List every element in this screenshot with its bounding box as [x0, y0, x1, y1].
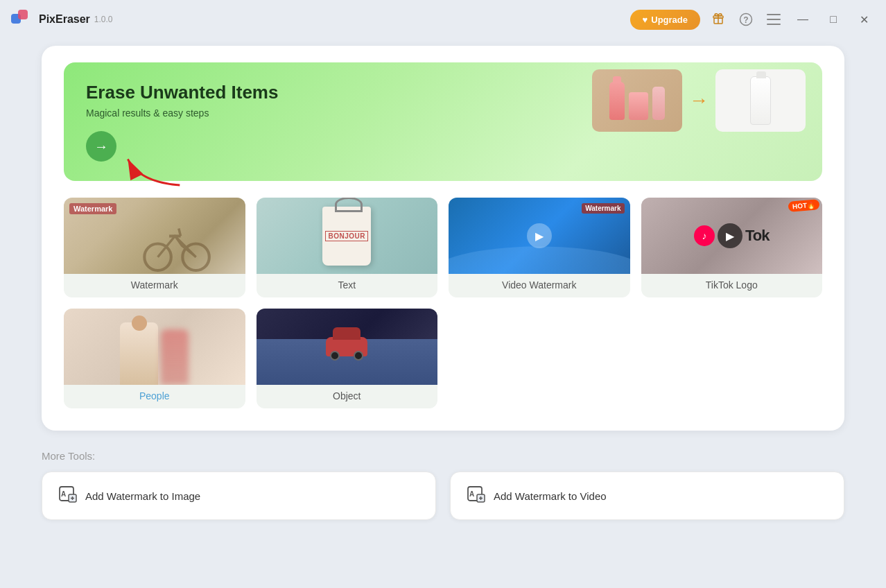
text-card[interactable]: BONJOUR Text	[257, 198, 438, 297]
text-label: Text	[257, 274, 438, 297]
object-card[interactable]: Object	[257, 309, 438, 408]
watermark-badge: Watermark	[69, 203, 116, 214]
object-image	[257, 309, 438, 385]
bike-icon	[109, 217, 245, 275]
add-watermark-image-button[interactable]: A Add Watermark to Image	[42, 472, 436, 520]
tiktok-logo: ♪ ▶ Tok	[694, 223, 769, 248]
main-card: Erase Unwanted Items Magical results & e…	[42, 46, 844, 431]
video-watermark-label: Video Watermark	[449, 274, 630, 297]
add-watermark-video-button[interactable]: A Add Watermark to Video	[450, 472, 844, 520]
add-watermark-video-icon: A	[467, 485, 485, 507]
svg-text:A: A	[61, 490, 66, 498]
app-version: 1.0.0	[94, 15, 113, 24]
tiktok-card[interactable]: HOT ♪ ▶ Tok TikTok Logo	[641, 198, 823, 297]
minimize-button[interactable]: —	[792, 8, 814, 31]
person-silhouette	[120, 322, 158, 385]
add-watermark-video-label: Add Watermark to Video	[494, 490, 607, 502]
product-bottles-before	[604, 76, 670, 126]
people-bg	[64, 309, 245, 385]
play-button-icon: ▶	[527, 223, 552, 248]
people-label: People	[64, 385, 245, 408]
object-bg	[257, 309, 438, 385]
banner-after-image	[715, 69, 806, 132]
gift-button[interactable]	[709, 10, 728, 29]
banner-text-area: Erase Unwanted Items Magical results & e…	[86, 82, 278, 162]
hero-banner: Erase Unwanted Items Magical results & e…	[64, 62, 822, 181]
banner-transition-arrow: →	[689, 89, 709, 112]
people-card[interactable]: People	[64, 309, 245, 408]
tiktok-wordmark: Tok	[745, 227, 769, 245]
banner-image-area: →	[592, 69, 806, 132]
upgrade-button[interactable]: ♥ Upgrade	[630, 10, 700, 30]
product-bottles-after	[745, 71, 776, 130]
features-grid-row2: People Object	[64, 309, 822, 408]
add-watermark-image-icon: A	[59, 485, 77, 507]
more-tools-section: More Tools: A Add Watermark to Image	[42, 450, 844, 520]
titlebar: PixEraser 1.0.0 ♥ Upgrade ?	[0, 0, 886, 39]
app-logo	[11, 8, 33, 31]
svg-rect-8	[767, 19, 781, 20]
features-grid-row1: Watermark Watermark	[64, 198, 822, 297]
banner-before-image	[592, 69, 682, 132]
bonjour-bag: BONJOUR	[322, 207, 371, 266]
text-bg: BONJOUR	[257, 198, 438, 274]
app-name: PixEraser	[39, 13, 90, 26]
empty-slot-2	[641, 309, 823, 408]
watermark-label: Watermark	[64, 274, 245, 297]
tiktok-bg: HOT ♪ ▶ Tok	[641, 198, 823, 274]
video-watermark-card[interactable]: Watermark ▶ Video Watermark	[449, 198, 630, 297]
hot-badge: HOT	[788, 199, 819, 212]
video-bg: Watermark ▶	[449, 198, 630, 274]
main-content: Erase Unwanted Items Magical results & e…	[0, 39, 886, 534]
person-blur	[161, 329, 189, 385]
heart-icon: ♥	[643, 15, 648, 25]
add-watermark-image-label: Add Watermark to Image	[85, 490, 200, 502]
tiktok-label: TikTok Logo	[641, 274, 823, 297]
window-controls: ♥ Upgrade ? — □	[630, 8, 875, 31]
help-icon: ?	[739, 12, 753, 26]
people-image	[64, 309, 245, 385]
help-button[interactable]: ?	[736, 10, 756, 29]
object-label: Object	[257, 385, 438, 408]
close-button[interactable]: ✕	[853, 8, 875, 31]
gift-icon	[711, 12, 725, 26]
tiktok-image: HOT ♪ ▶ Tok	[641, 198, 823, 274]
svg-rect-7	[767, 14, 781, 15]
tools-grid: A Add Watermark to Image A	[42, 472, 844, 520]
text-image: BONJOUR	[257, 198, 438, 274]
maximize-button[interactable]: □	[822, 8, 844, 31]
bonjour-text: BONJOUR	[325, 231, 368, 241]
bottle-can	[629, 92, 648, 120]
svg-text:A: A	[469, 490, 474, 498]
bottle-white	[750, 76, 771, 125]
hamburger-icon	[767, 14, 781, 25]
svg-text:?: ?	[743, 15, 748, 25]
watermark-card[interactable]: Watermark Watermark	[64, 198, 245, 297]
video-watermark-badge: Watermark	[582, 203, 624, 214]
banner-title: Erase Unwanted Items	[86, 82, 278, 103]
menu-button[interactable]	[764, 10, 783, 29]
car-shape	[326, 337, 367, 356]
svg-rect-9	[767, 24, 781, 25]
person-head	[132, 315, 147, 331]
banner-subtitle: Magical results & easy steps	[86, 107, 278, 119]
tiktok-music-icon: ♪	[694, 225, 715, 246]
banner-arrow-button[interactable]: →	[86, 131, 116, 162]
more-tools-label: More Tools:	[42, 450, 844, 462]
bottle-pink	[609, 82, 625, 120]
svg-rect-1	[18, 10, 28, 19]
bottle-spray	[652, 87, 665, 120]
video-image: Watermark ▶	[449, 198, 630, 274]
empty-slot-1	[449, 309, 630, 408]
watermark-image: Watermark	[64, 198, 245, 274]
tiktok-play-icon: ▶	[718, 223, 742, 248]
